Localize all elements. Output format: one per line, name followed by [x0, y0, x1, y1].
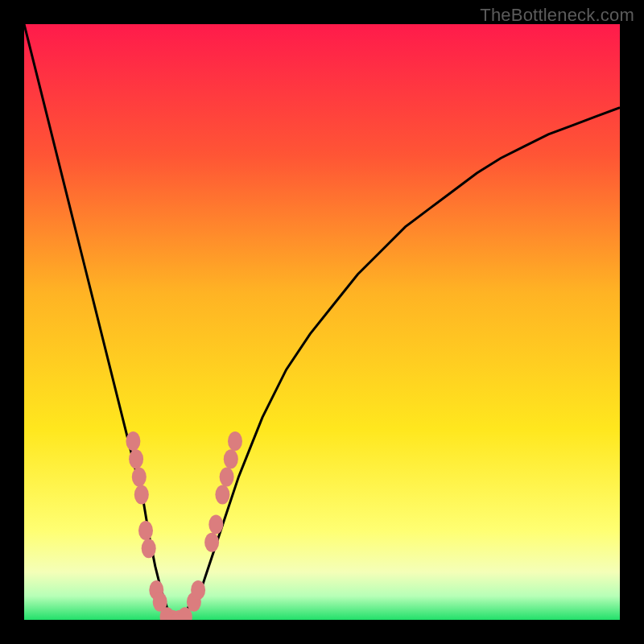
curve-marker [228, 431, 242, 451]
curve-marker [126, 431, 140, 451]
curve-marker [132, 467, 147, 486]
curve-marker [224, 449, 238, 469]
chart-frame: TheBottleneck.com [0, 0, 644, 644]
plot-area [24, 24, 620, 620]
curve-marker [208, 515, 223, 535]
curve-marker [138, 521, 153, 540]
curve-marker [134, 485, 149, 505]
watermark-text: TheBottleneck.com [480, 5, 634, 26]
curve-marker [191, 580, 205, 600]
curve-marker [215, 485, 229, 505]
curve-marker [220, 467, 234, 486]
bottleneck-curve [24, 24, 620, 620]
curve-marker [142, 539, 156, 558]
curve-marker [204, 533, 219, 552]
curve-marker [129, 449, 143, 469]
